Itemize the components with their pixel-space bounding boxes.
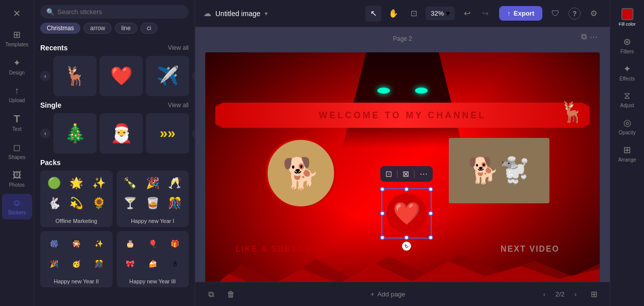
pack-happy-new-year-3[interactable]: 🎂 🎈 🎁 🎀 🍰 🕯 Happy new Year III xyxy=(117,231,189,287)
pack-happy-new-year-2[interactable]: 🎆 🎇 ✨ 🎉 🥳 🎊 Happy new Year II xyxy=(40,231,113,287)
panel-content: Recents View all ‹ 🦌 ❤️ ✈️ › Single View… xyxy=(34,39,195,306)
tag-christmas[interactable]: Christmas xyxy=(40,23,80,34)
adjust-label: Adjust xyxy=(620,103,634,108)
reindeer-sticker[interactable]: 🦌 xyxy=(559,100,585,124)
arrange-icon: ⊞ xyxy=(623,144,631,156)
fill-color-label: Fill color xyxy=(619,22,636,27)
packs-grid: 🟢 🌟 ✨ 🐇 💫 🌻 Offline Marketing 🍾 🎉 🥂 🍸 🥃 xyxy=(40,171,189,287)
pack-offline-marketing[interactable]: 🟢 🌟 ✨ 🐇 💫 🌻 Offline Marketing xyxy=(40,171,113,227)
undo-button[interactable]: ↩ xyxy=(459,6,475,22)
duplicate-page-button[interactable]: ⧉ xyxy=(203,287,218,302)
recents-title: Recents xyxy=(40,44,67,52)
effects-button[interactable]: ✦ Effects xyxy=(612,59,642,86)
redo-button[interactable]: ↪ xyxy=(477,6,493,22)
next-page-button[interactable]: › xyxy=(569,287,583,301)
pack-emoji: 🎊 xyxy=(88,254,110,273)
ctx-crop-icon[interactable]: ⊡ xyxy=(385,169,392,179)
single-sticker-arrow[interactable]: »» xyxy=(146,113,189,154)
sidebar-item-shapes[interactable]: ◻ Shapes xyxy=(2,138,32,164)
recents-header: Recents View all xyxy=(40,44,189,52)
rotate-handle[interactable]: ↻ xyxy=(402,242,411,251)
canvas-frame: WELCOME TO MY CHANNEL 🦌 🐕 🐕🐩 LIKE & SUBS… xyxy=(205,52,600,282)
single-sticker-tree[interactable]: 🎄 xyxy=(53,113,97,154)
pack-emoji: ✨ xyxy=(88,234,110,253)
recent-sticker-plane[interactable]: ✈️ xyxy=(146,56,189,96)
pack-happy-new-year-1-preview: 🍾 🎉 🥂 🍸 🥃 🎊 xyxy=(117,171,189,216)
page-copy-icon[interactable]: ⧉ xyxy=(581,32,587,42)
settings-button[interactable]: ⚙ xyxy=(586,6,602,22)
sidebar-item-upload[interactable]: ↑ Upload xyxy=(2,82,32,107)
shapes-label: Shapes xyxy=(9,155,26,160)
pack-emoji: 🕯 xyxy=(165,254,186,273)
total-pages: 2 xyxy=(561,290,565,298)
dogs-photo[interactable]: 🐕🐩 xyxy=(449,138,549,203)
pointer-tool-button[interactable]: ↖ xyxy=(365,6,381,22)
top-toolbar: ☁ Untitled image ▾ ↖ ✋ ⊡ 32% ▾ ↩ ↪ ↑ Exp… xyxy=(195,0,610,27)
single-sticker-hat[interactable]: 🎅 xyxy=(100,113,143,154)
ctx-divider xyxy=(397,170,397,178)
shapes-icon: ◻ xyxy=(13,142,21,153)
sticker-panel: 🔍 Christmas arrow line ci Recents View a… xyxy=(34,0,195,306)
add-page-button[interactable]: + Add page xyxy=(365,288,410,300)
tag-ci[interactable]: ci xyxy=(140,23,158,34)
recent-sticker-reindeer[interactable]: 🦌 xyxy=(53,56,97,96)
help-button[interactable]: ? xyxy=(569,8,581,20)
canvas-viewport[interactable]: Page 2 ⧉ ⋯ WELCOME TO MY CHANNEL � xyxy=(195,27,610,282)
recents-prev-arrow[interactable]: ‹ xyxy=(40,71,50,81)
filters-button[interactable]: ⊛ Filters xyxy=(612,32,642,58)
arrange-label: Arrange xyxy=(618,157,636,163)
single-title: Single xyxy=(40,101,61,109)
ctx-flip-icon[interactable]: ⊠ xyxy=(403,169,409,179)
single-prev-arrow[interactable]: ‹ xyxy=(40,128,50,138)
zoom-control[interactable]: 32% ▾ xyxy=(426,7,455,20)
selected-heart-sticker[interactable]: ⊡ ⊠ ⋯ ❤️ xyxy=(381,188,432,239)
photos-label: Photos xyxy=(9,182,25,188)
page-more-icon[interactable]: ⋯ xyxy=(590,32,598,42)
arrange-button[interactable]: ⊞ Arrange xyxy=(612,140,642,167)
pack-happy-new-year-3-preview: 🎂 🎈 🎁 🎀 🍰 🕯 xyxy=(117,231,189,276)
ctx-more-icon[interactable]: ⋯ xyxy=(420,169,428,179)
single-next-arrow[interactable]: › xyxy=(192,128,195,138)
sidebar-item-templates[interactable]: ⊞ Templates xyxy=(2,25,32,51)
single-view-all[interactable]: View all xyxy=(168,102,189,109)
recent-sticker-heart[interactable]: ❤️ xyxy=(100,56,143,96)
nav-sidebar: ✕ ⊞ Templates ✦ Design ↑ Upload T Text ◻… xyxy=(0,0,34,306)
tag-line[interactable]: line xyxy=(115,23,137,34)
main-area: ☁ Untitled image ▾ ↖ ✋ ⊡ 32% ▾ ↩ ↪ ↑ Exp… xyxy=(195,0,610,306)
shield-button[interactable]: 🛡 xyxy=(547,6,564,22)
current-page: 2 xyxy=(555,290,559,298)
grid-view-button[interactable]: ⊞ xyxy=(587,287,602,302)
opacity-button[interactable]: ◎ Opacity xyxy=(612,113,642,139)
recents-next-arrow[interactable]: › xyxy=(192,71,195,81)
search-input[interactable] xyxy=(57,8,183,16)
sidebar-item-stickers[interactable]: ☺ Stickers xyxy=(2,194,32,219)
doc-title[interactable]: Untitled image xyxy=(215,10,261,18)
save-icon[interactable]: ☁ xyxy=(203,9,211,18)
nav-logo[interactable]: ✕ xyxy=(2,4,32,23)
single-sticker-row: ‹ 🎄 🎅 »» › xyxy=(40,113,189,154)
pack-emoji: 🥳 xyxy=(66,254,88,273)
next-video-text: NEXT VIDEO xyxy=(501,245,559,254)
pack-emoji: 🎉 xyxy=(43,254,65,273)
prev-page-button[interactable]: ‹ xyxy=(537,287,551,301)
packs-header: Packs xyxy=(40,159,189,167)
fill-color-button[interactable]: Fill color xyxy=(612,4,642,31)
photos-icon: 🖼 xyxy=(13,170,22,181)
sidebar-item-design[interactable]: ✦ Design xyxy=(2,53,32,80)
hand-tool-button[interactable]: ✋ xyxy=(385,6,401,22)
recents-sticker-row: ‹ 🦌 ❤️ ✈️ › xyxy=(40,56,189,96)
sidebar-item-text[interactable]: T Text xyxy=(2,109,32,136)
adjust-button[interactable]: ⧖ Adjust xyxy=(612,87,642,112)
layout-tool-button[interactable]: ⊡ xyxy=(406,6,422,22)
tag-arrow[interactable]: arrow xyxy=(84,23,112,34)
text-icon: T xyxy=(14,113,20,125)
sidebar-item-photos[interactable]: 🖼 Photos xyxy=(2,166,32,192)
export-button[interactable]: ↑ Export xyxy=(499,6,542,21)
recents-view-all[interactable]: View all xyxy=(168,44,189,51)
right-properties-panel: Fill color ⊛ Filters ✦ Effects ⧖ Adjust … xyxy=(610,0,644,306)
title-chevron-icon[interactable]: ▾ xyxy=(265,10,268,17)
circle-photo[interactable]: 🐕 xyxy=(266,138,336,208)
delete-page-button[interactable]: 🗑 xyxy=(223,287,238,302)
pack-happy-new-year-1[interactable]: 🍾 🎉 🥂 🍸 🥃 🎊 Happy new Year I xyxy=(117,171,189,227)
search-input-wrap[interactable]: 🔍 xyxy=(40,5,189,19)
